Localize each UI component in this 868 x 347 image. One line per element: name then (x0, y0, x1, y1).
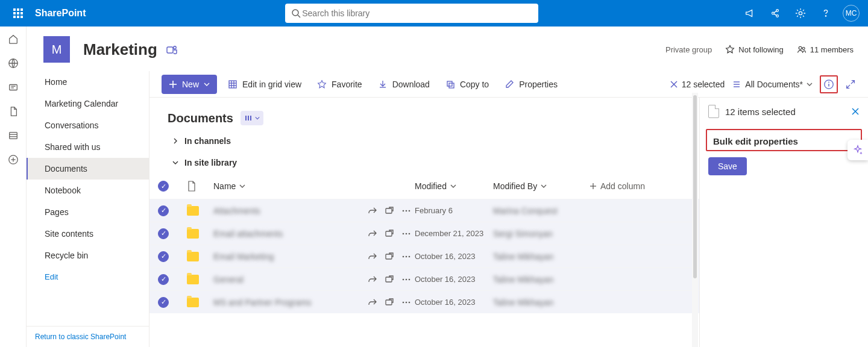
column-modified[interactable]: Modified (415, 181, 493, 191)
nav-pages[interactable]: Pages (27, 201, 149, 223)
table-row[interactable]: Email Marketing October 16, 2023 Taline … (149, 245, 699, 267)
new-button[interactable]: New (162, 75, 217, 94)
search-input[interactable] (301, 8, 532, 19)
view-selector[interactable]: All Documents* (732, 80, 813, 89)
group-in-site-library[interactable]: In site library (149, 152, 699, 174)
share-icon[interactable] (763, 0, 787, 27)
files-icon[interactable] (8, 106, 19, 117)
row-checkbox[interactable] (158, 228, 169, 239)
shortcut-icon[interactable] (381, 206, 398, 216)
more-actions-icon[interactable] (398, 229, 415, 239)
download-label: Download (392, 80, 430, 89)
settings-icon[interactable] (788, 0, 813, 27)
more-actions-icon[interactable] (398, 275, 415, 284)
favorite-button[interactable]: Favorite (312, 80, 367, 89)
svg-point-22 (802, 47, 805, 49)
classic-link[interactable]: Return to classic SharePoint (27, 326, 149, 347)
home-icon[interactable] (8, 34, 19, 45)
clear-selection-button[interactable]: 12 selected (670, 80, 725, 89)
svg-point-60 (403, 278, 404, 280)
group-in-channels[interactable]: In channels (149, 130, 699, 152)
column-name[interactable]: Name (213, 181, 364, 191)
share-icon[interactable] (364, 229, 381, 239)
edit-grid-button[interactable]: Edit in grid view (223, 80, 306, 89)
modified-date: October 16, 2023 (415, 275, 493, 284)
item-name[interactable]: Email attachments (213, 229, 364, 239)
row-checkbox[interactable] (158, 297, 169, 308)
row-checkbox[interactable] (158, 274, 169, 285)
item-name[interactable]: General (213, 275, 364, 284)
row-checkbox[interactable] (158, 205, 169, 216)
item-name[interactable]: MS and Partner Programs (213, 298, 364, 307)
people-icon (797, 45, 807, 54)
svg-point-65 (406, 301, 407, 303)
save-button[interactable]: Save (708, 157, 747, 175)
fullscreen-button[interactable] (845, 79, 856, 90)
svg-rect-55 (386, 254, 392, 259)
svg-point-58 (409, 255, 410, 257)
share-icon[interactable] (364, 298, 381, 307)
svg-point-7 (799, 11, 802, 14)
table-row[interactable]: MS and Partner Programs October 16, 2023… (149, 290, 699, 313)
copilot-fab[interactable] (848, 140, 868, 160)
shortcut-icon[interactable] (381, 229, 398, 239)
app-launcher[interactable] (5, 0, 31, 27)
column-modified-by[interactable]: Modified By (493, 181, 590, 191)
table-row[interactable]: Attachments February 6 Marina Conquest (149, 199, 699, 222)
copy-to-button[interactable]: Copy to (441, 80, 494, 89)
row-checkbox[interactable] (158, 251, 169, 262)
megaphone-icon[interactable] (738, 0, 762, 27)
site-title[interactable]: Marketing (83, 40, 157, 59)
create-icon[interactable] (8, 154, 19, 165)
details-pane-toggle[interactable] (820, 75, 838, 93)
table-row[interactable]: General October 16, 2023 Taline Mikhayan (149, 267, 699, 290)
share-icon[interactable] (364, 206, 381, 216)
list-icon[interactable] (8, 130, 19, 141)
chevron-down-icon (541, 183, 547, 189)
nav-recycle-bin[interactable]: Recycle bin (27, 245, 149, 266)
svg-point-53 (406, 233, 407, 234)
nav-documents[interactable]: Documents (27, 158, 149, 180)
svg-point-49 (406, 210, 407, 211)
select-all-checkbox[interactable] (158, 181, 169, 192)
download-button[interactable]: Download (373, 80, 435, 89)
nav-site-contents[interactable]: Site contents (27, 223, 149, 245)
shortcut-icon[interactable] (381, 298, 398, 307)
nav-home[interactable]: Home (27, 71, 149, 93)
more-actions-icon[interactable] (398, 206, 415, 216)
search-box[interactable] (285, 4, 538, 23)
view-type-chip[interactable] (241, 111, 263, 125)
table-row[interactable]: Email attachments December 21, 2023 Serg… (149, 222, 699, 245)
shortcut-icon[interactable] (381, 252, 398, 261)
nav-conversations[interactable]: Conversations (27, 114, 149, 136)
chevron-down-icon (807, 81, 813, 87)
svg-point-62 (409, 278, 410, 280)
members-button[interactable]: 11 members (797, 45, 854, 54)
user-avatar[interactable]: MC (839, 0, 863, 27)
more-actions-icon[interactable] (398, 298, 415, 307)
nav-shared-with-us[interactable]: Shared with us (27, 136, 149, 158)
shortcut-icon[interactable] (381, 275, 398, 284)
teams-icon[interactable] (166, 43, 178, 55)
nav-edit[interactable]: Edit (27, 266, 149, 287)
follow-button[interactable]: Not following (725, 45, 783, 54)
suite-title[interactable]: SharePoint (35, 8, 86, 19)
help-icon[interactable] (814, 0, 838, 27)
more-actions-icon[interactable] (398, 252, 415, 261)
share-icon[interactable] (364, 275, 381, 284)
modified-by: Taline Mikhayan (493, 275, 590, 284)
add-column-button[interactable]: Add column (590, 181, 662, 191)
globe-icon[interactable] (8, 58, 19, 69)
news-icon[interactable] (8, 82, 19, 93)
share-icon[interactable] (364, 252, 381, 261)
item-name[interactable]: Email Marketing (213, 252, 364, 261)
nav-notebook[interactable]: Notebook (27, 180, 149, 201)
file-type-column-icon[interactable] (187, 181, 197, 192)
site-logo[interactable]: M (43, 36, 70, 63)
folder-icon (187, 252, 199, 261)
properties-button[interactable]: Properties (500, 80, 562, 89)
vertical-scrollbar[interactable] (692, 93, 698, 347)
nav-marketing-calendar[interactable]: Marketing Calendar (27, 93, 149, 114)
close-details-button[interactable] (851, 107, 860, 116)
item-name[interactable]: Attachments (213, 206, 364, 216)
